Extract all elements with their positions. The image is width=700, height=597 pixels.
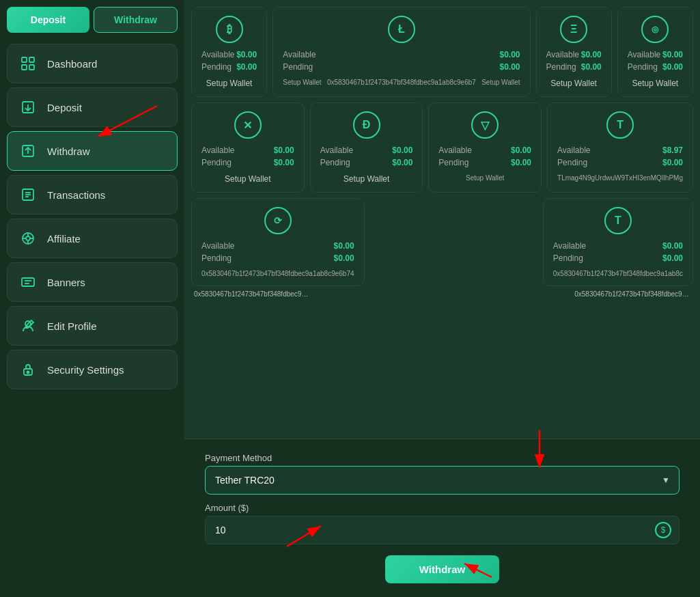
doge-pending-row: Pending $0.00 <box>320 158 413 167</box>
usdt-available-value: $8.97 <box>662 145 683 155</box>
eth-action[interactable]: Setup Wallet <box>546 79 602 88</box>
ltc-available-row: Available $0.00 <box>283 50 520 59</box>
sidebar-label-withdraw: Withdraw <box>47 145 90 157</box>
wallet-grid: ₿ Available $0.00 Pending $0.00 Setup Wa… <box>184 0 700 439</box>
sol-available-row: Available $0.00 <box>628 50 683 59</box>
axs-available-value: $0.00 <box>334 241 354 251</box>
ltc-pending-value: $0.00 <box>500 62 520 72</box>
wallet-card-btc: ₿ Available $0.00 Pending $0.00 Setup Wa… <box>191 7 267 97</box>
sidebar-item-deposit[interactable]: Deposit <box>7 87 178 127</box>
addr-usdt-erc: 0x5830467b1f2473b47bf348fdbec9a1ab8c <box>572 290 693 298</box>
trx-pending-row: Pending $0.00 <box>438 158 531 167</box>
ltc-action: Setup Wallet 0x5830467b1f2473b47bf348fdb… <box>283 79 520 86</box>
addr-axs: 0x5830467b1f2473b47bf348fdbec9a1ab8c9e6b… <box>191 290 313 298</box>
sidebar-item-withdraw[interactable]: Withdraw <box>7 131 178 171</box>
svg-rect-0 <box>22 57 27 62</box>
sidebar-item-edit-profile[interactable]: Edit Profile <box>7 306 178 346</box>
top-buttons: Deposit Withdraw <box>7 7 178 33</box>
btc-coin-icon: ₿ <box>216 16 243 43</box>
doge-icon-wrapper: Ð <box>320 111 413 139</box>
sidebar-label-banners: Banners <box>47 277 85 288</box>
ltc-available-label: Available <box>283 50 316 59</box>
sol-available-value: $0.00 <box>662 50 683 59</box>
usdt-erc-coin-icon: T <box>604 207 632 234</box>
sol-pending-row: Pending $0.00 <box>628 62 683 72</box>
usdt-erc-pending-label: Pending <box>553 253 583 263</box>
withdraw-submit-button[interactable]: Withdraw <box>385 555 499 583</box>
sidebar-label-transactions: Transactions <box>47 189 105 201</box>
sol-action[interactable]: Setup Wallet <box>628 79 683 88</box>
svg-point-11 <box>26 236 30 240</box>
btc-available-value: $0.00 <box>236 50 257 59</box>
svg-rect-16 <box>22 278 34 286</box>
sidebar-label-affiliate: Affiliate <box>47 233 81 245</box>
doge-available-row: Available $0.00 <box>320 145 413 155</box>
sidebar-label-security-settings: Security Settings <box>47 364 124 376</box>
sol-available-label: Available <box>628 50 660 59</box>
btc-action[interactable]: Setup Wallet <box>201 79 257 88</box>
sidebar-label-edit-profile: Edit Profile <box>47 320 97 332</box>
wallet-row-2: ✕ Available $0.00 Pending $0.00 Setup Wa… <box>191 102 693 193</box>
eth-icon-wrapper: Ξ <box>546 16 602 43</box>
amount-group: Amount ($) $ <box>205 503 680 544</box>
sidebar-label-dashboard: Dashboard <box>47 58 97 70</box>
trx-available-value: $0.00 <box>511 145 531 155</box>
svg-rect-3 <box>29 65 34 70</box>
form-section: Payment Method Tether TRC20 Bitcoin Ethe… <box>184 439 700 597</box>
dollar-icon: $ <box>655 522 671 538</box>
deposit-button[interactable]: Deposit <box>7 7 89 33</box>
wallet-card-usdt: T Available $8.97 Pending $0.00 TLmag4N9… <box>547 102 693 193</box>
xrp-pending-label: Pending <box>201 158 232 167</box>
security-settings-icon <box>18 360 38 379</box>
ltc-coin-icon: Ł <box>388 16 415 43</box>
eth-coin-icon: Ξ <box>560 16 587 43</box>
doge-pending-value: $0.00 <box>392 158 412 167</box>
withdraw-icon <box>18 141 38 161</box>
usdt-pending-label: Pending <box>557 158 587 167</box>
wallet-card-eth: Ξ Available $0.00 Pending $0.00 Setup Wa… <box>536 7 612 97</box>
usdt-erc-available-row: Available $0.00 <box>553 241 683 251</box>
axs-available-row: Available $0.00 <box>201 241 354 251</box>
btc-available-label: Available <box>201 50 234 59</box>
usdt-erc-available-value: $0.00 <box>662 241 683 251</box>
withdraw-button[interactable]: Withdraw <box>94 7 178 33</box>
sidebar-item-affiliate[interactable]: Affiliate <box>7 219 178 258</box>
usdt-coin-icon: T <box>606 111 634 139</box>
banners-icon <box>18 273 38 292</box>
eth-pending-value: $0.00 <box>581 62 602 72</box>
addr-empty2 <box>445 290 567 298</box>
trx-action: Setup Wallet <box>438 174 531 182</box>
usdt-action: TLmag4N9gUrdwuW9TxHI3enMQlIhPMg <box>557 174 683 182</box>
transactions-icon <box>18 185 38 204</box>
sidebar-item-security-settings[interactable]: Security Settings <box>7 350 178 389</box>
sol-pending-value: $0.00 <box>662 62 683 72</box>
usdt-available-label: Available <box>557 145 590 155</box>
doge-action[interactable]: Setup Wallet <box>320 174 413 184</box>
sidebar-item-dashboard[interactable]: Dashboard <box>7 44 178 83</box>
xrp-pending-value: $0.00 <box>274 158 294 167</box>
ltc-pending-label: Pending <box>283 62 313 72</box>
wallet-card-ltc: Ł Available $0.00 Pending $0.00 Setup Wa… <box>272 7 530 97</box>
wallet-row-3: ⟳ Available $0.00 Pending $0.00 0x583046… <box>191 198 693 286</box>
svg-rect-1 <box>29 57 34 62</box>
eth-available-label: Available <box>546 50 579 59</box>
amount-input[interactable] <box>205 516 680 544</box>
xrp-action[interactable]: Setup Wallet <box>201 174 294 184</box>
usdt-icon-wrapper: T <box>557 111 683 139</box>
btc-pending-value: $0.00 <box>236 62 257 72</box>
usdt-pending-row: Pending $0.00 <box>557 158 683 167</box>
doge-available-label: Available <box>320 145 353 155</box>
sidebar: Deposit Withdraw Dashboard Deposit <box>0 0 184 597</box>
wallet-card-doge: Ð Available $0.00 Pending $0.00 Setup Wa… <box>310 102 423 193</box>
btc-available-row: Available $0.00 <box>201 50 257 59</box>
axs-icon-wrapper: ⟳ <box>201 207 354 234</box>
sidebar-label-deposit: Deposit <box>47 102 82 113</box>
wallet-row-1: ₿ Available $0.00 Pending $0.00 Setup Wa… <box>191 7 693 97</box>
amount-label: Amount ($) <box>205 503 680 513</box>
sidebar-item-transactions[interactable]: Transactions <box>7 175 178 214</box>
doge-available-value: $0.00 <box>392 145 412 155</box>
axs-pending-row: Pending $0.00 <box>201 253 354 263</box>
wallet-card-usdt-erc: T Available $0.00 Pending $0.00 0x583046… <box>543 198 693 286</box>
sidebar-item-banners[interactable]: Banners <box>7 262 178 302</box>
payment-method-select[interactable]: Tether TRC20 Bitcoin Ethereum Litecoin <box>205 466 680 495</box>
